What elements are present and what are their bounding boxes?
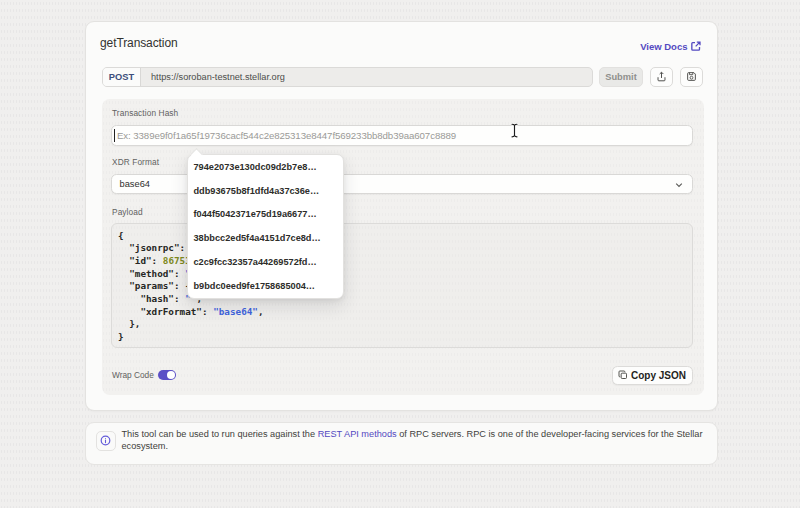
info-icon <box>100 435 111 446</box>
text-caret <box>114 129 115 142</box>
ibeam-mouse-cursor <box>508 122 522 143</box>
save-button[interactable] <box>680 67 704 87</box>
hash-suggestion-item[interactable]: ddb93675b8f1dfd4a37c36e… <box>188 179 344 203</box>
wrap-code-label: Wrap Code <box>112 370 154 380</box>
info-card: This tool can be used to run queries aga… <box>85 422 718 465</box>
rest-api-methods-link[interactable]: REST API methods <box>318 429 397 439</box>
hash-suggestion-item[interactable]: 794e2073e130dc09d2b7e8… <box>188 155 344 179</box>
hash-suggestion-item[interactable]: b9bdc0eed9fe1758685004… <box>188 274 344 298</box>
submit-button[interactable]: Submit <box>599 67 643 87</box>
hash-suggestions-dropdown: 794e2073e130dc09d2b7e8…ddb93675b8f1dfd4a… <box>187 154 345 300</box>
copy-json-label: Copy JSON <box>631 370 686 381</box>
chevron-down-icon <box>675 181 683 189</box>
transaction-hash-input[interactable]: Ex: 3389e9f0f1a65f19736cacf544c2e825313e… <box>111 125 694 146</box>
endpoint-url-bar: POST https://soroban-testnet.stellar.org <box>102 67 593 87</box>
toggle-knob <box>167 371 175 379</box>
http-method-badge: POST <box>103 68 141 86</box>
info-icon-box <box>96 431 116 451</box>
page-title: getTransaction <box>100 36 178 50</box>
xdr-format-value: base64 <box>120 179 151 189</box>
hash-suggestion-item[interactable]: f044f5042371e75d19a6677… <box>188 203 344 227</box>
copy-icon <box>618 370 628 380</box>
view-docs-link[interactable]: View Docs <box>640 41 701 52</box>
xdr-format-label: XDR Format <box>112 157 159 167</box>
external-link-icon <box>691 41 701 51</box>
copy-json-button[interactable]: Copy JSON <box>612 366 693 386</box>
panel-footer: Wrap Code Copy JSON <box>111 366 694 386</box>
transaction-hash-label: Transaction Hash <box>112 108 178 118</box>
info-text: This tool can be used to run queries aga… <box>122 428 709 452</box>
save-icon <box>686 71 697 82</box>
hash-suggestion-item[interactable]: c2c9fcc32357a44269572fd… <box>188 250 344 274</box>
payload-label: Payload <box>112 207 143 217</box>
method-card: getTransaction View Docs POST https://so… <box>85 21 718 411</box>
view-docs-label: View Docs <box>640 41 687 52</box>
hash-suggestion-item[interactable]: 38bbcc2ed5f4a4151d7ce8d… <box>188 226 344 250</box>
transaction-hash-placeholder: Ex: 3389e9f0f1a65f19736cacf544c2e825313e… <box>117 130 456 141</box>
wrap-code-toggle[interactable] <box>158 370 177 380</box>
endpoint-url: https://soroban-testnet.stellar.org <box>141 68 592 86</box>
share-icon <box>656 71 667 82</box>
page-background: getTransaction View Docs POST https://so… <box>0 0 800 508</box>
share-button[interactable] <box>650 67 674 87</box>
endpoint-row: POST https://soroban-testnet.stellar.org… <box>102 67 704 87</box>
